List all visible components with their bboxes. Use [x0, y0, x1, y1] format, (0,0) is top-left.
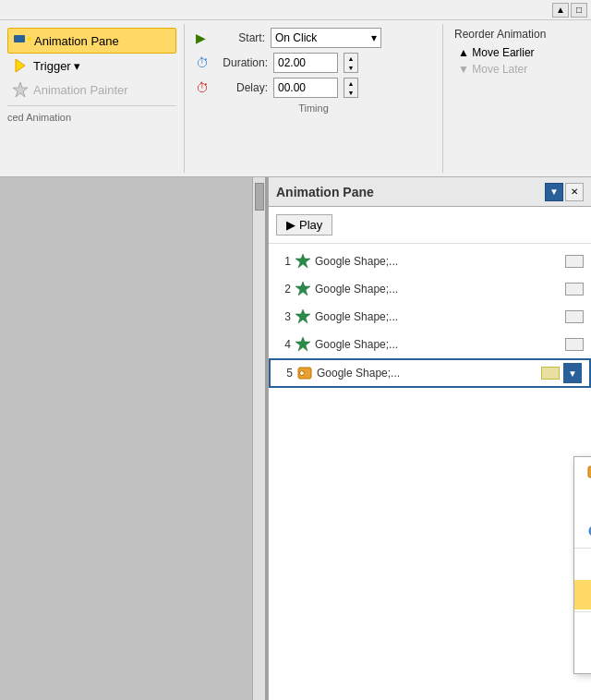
anim-name-2: Google Shape;... [315, 283, 561, 296]
duration-down-btn[interactable]: ▼ [344, 63, 357, 72]
main-area: Animation Pane ▼ ✕ ▶ Play 1 Google [0, 177, 591, 700]
move-later-label: ▼ Move Later [458, 63, 527, 76]
menu-remove[interactable]: Remove [574, 644, 591, 673]
svg-marker-7 [296, 337, 310, 351]
duration-label: Duration: [214, 56, 268, 69]
pane-header-buttons: ▼ ✕ [545, 183, 584, 201]
menu-separator-2 [574, 611, 591, 612]
context-menu: Start On Click Start With Previous [573, 456, 591, 674]
svg-marker-1 [27, 37, 30, 41]
svg-marker-4 [296, 254, 310, 268]
anim-bar-4 [565, 338, 584, 351]
menu-hide-advanced[interactable]: Hide Advanced Timeline [574, 614, 591, 644]
anim-bar-1 [565, 255, 584, 268]
scroll-thumb[interactable] [255, 183, 264, 211]
anim-num-1: 1 [276, 255, 291, 268]
duration-up-btn[interactable]: ▲ [344, 54, 357, 63]
start-value: On Click [275, 31, 317, 44]
reorder-title: Reorder Animation [454, 28, 580, 41]
delay-row: ⏱ Delay: 00.00 ▲ ▼ [196, 78, 431, 98]
duration-input[interactable]: 02.00 [273, 53, 338, 73]
delay-down-btn[interactable]: ▼ [344, 88, 357, 97]
play-icon: ▶ [286, 218, 296, 232]
anim-num-4: 4 [276, 338, 291, 351]
animation-item-1[interactable]: 1 Google Shape;... [269, 247, 591, 275]
scroll-handle[interactable] [252, 177, 265, 700]
play-button[interactable]: ▶ Play [276, 214, 332, 235]
duration-row: ⏱ Duration: 02.00 ▲ ▼ [196, 53, 431, 73]
delay-up-btn[interactable]: ▲ [344, 78, 357, 88]
expand-btn[interactable]: □ [571, 3, 587, 18]
start-dropdown-arrow: ▾ [371, 31, 377, 44]
move-earlier-label: ▲ Move Earlier [458, 46, 535, 59]
duration-spinner[interactable]: ▲ ▼ [344, 53, 358, 73]
empty-icon-5 [585, 649, 591, 668]
title-bar: ▲ □ [0, 0, 591, 20]
animation-item-3[interactable]: 3 Google Shape;... [269, 303, 591, 331]
empty-icon-1 [585, 492, 591, 511]
pane-dropdown-btn[interactable]: ▼ [545, 183, 563, 201]
anim-num-2: 2 [276, 283, 291, 296]
svg-marker-6 [296, 309, 310, 323]
lock-icon [585, 463, 591, 481]
ribbon-left-section: Animation Pane Trigger ▾ Animation Paint… [0, 24, 185, 173]
anim-icon-4 [295, 336, 311, 353]
delay-label: Delay: [214, 81, 268, 94]
anim-icon-2 [295, 281, 311, 297]
animation-item-2[interactable]: 2 Google Shape;... [269, 275, 591, 303]
anim-icon-5 [296, 365, 313, 381]
delay-spinner[interactable]: ▲ ▼ [344, 78, 358, 98]
svg-rect-11 [300, 373, 304, 375]
item5-dropdown-btn[interactable]: ▼ [563, 363, 582, 383]
pane-close-btn[interactable]: ✕ [565, 183, 584, 201]
anim-name-5: Google Shape;... [317, 367, 537, 380]
slide-panel [0, 177, 268, 700]
timing-section-label: Timing [196, 103, 431, 114]
clock-icon [585, 522, 591, 540]
menu-timing[interactable]: Timing... [574, 580, 591, 609]
anim-name-3: Google Shape;... [315, 310, 561, 323]
menu-separator-1 [574, 548, 591, 549]
trigger-button[interactable]: Trigger ▾ [7, 54, 176, 78]
animation-pane: Animation Pane ▼ ✕ ▶ Play 1 Google [268, 177, 591, 700]
ribbon-timing-section: ▶ Start: On Click ▾ ⏱ Duration: 02.00 ▲ … [185, 24, 443, 173]
move-earlier-button[interactable]: ▲ Move Earlier [454, 44, 580, 61]
anim-bar-2 [565, 283, 584, 296]
svg-marker-5 [296, 282, 310, 296]
delay-input[interactable]: 00.00 [273, 78, 338, 98]
menu-effect-options[interactable]: Effect Options... [574, 550, 591, 580]
ribbon: Animation Pane Trigger ▾ Animation Paint… [0, 20, 591, 177]
menu-start-with-previous[interactable]: Start With Previous [574, 487, 591, 516]
menu-start-after-previous[interactable]: Start After Previous [574, 516, 591, 546]
collapse-btn[interactable]: ▲ [552, 3, 569, 18]
animation-item-4[interactable]: 4 Google Shape;... [269, 331, 591, 358]
play-area: ▶ Play [269, 207, 591, 244]
anim-name-1: Google Shape;... [315, 255, 561, 268]
trigger-label: Trigger ▾ [33, 59, 80, 73]
animation-item-5[interactable]: 5 Google Shape;... ▼ [269, 358, 591, 388]
animation-pane-icon [12, 31, 30, 50]
anim-num-5: 5 [278, 367, 293, 380]
svg-rect-0 [14, 35, 25, 42]
start-select[interactable]: On Click ▾ [271, 28, 381, 48]
anim-bar-3 [565, 310, 584, 323]
svg-marker-2 [16, 59, 25, 72]
ribbon-reorder-section: Reorder Animation ▲ Move Earlier ▼ Move … [443, 24, 591, 173]
menu-start-on-click[interactable]: Start On Click [574, 457, 591, 487]
anim-icon-3 [295, 308, 311, 325]
start-row: ▶ Start: On Click ▾ [196, 28, 431, 48]
move-later-button[interactable]: ▼ Move Later [454, 61, 580, 78]
anim-num-3: 3 [276, 310, 291, 323]
trigger-icon [11, 56, 30, 75]
play-label: Play [299, 218, 322, 232]
empty-icon-2 [585, 556, 591, 574]
animation-painter-label: Animation Painter [33, 83, 128, 97]
anim-bar-5 [541, 367, 560, 380]
empty-icon-3 [585, 585, 591, 604]
animation-painter-button[interactable]: Animation Painter [7, 78, 176, 102]
animation-list: 1 Google Shape;... 2 Google Shape;... [269, 244, 591, 700]
animation-painter-icon [11, 80, 30, 99]
animation-pane-label: Animation Pane [34, 34, 119, 48]
animation-pane-button[interactable]: Animation Pane [7, 28, 176, 54]
pane-header: Animation Pane ▼ ✕ [269, 177, 591, 207]
